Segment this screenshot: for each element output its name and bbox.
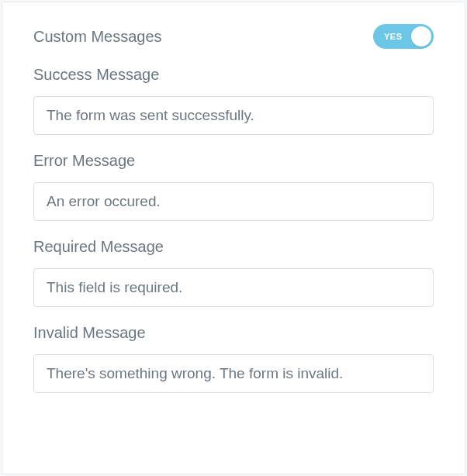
invalid-message-group: Invalid Message (33, 324, 434, 393)
success-message-input[interactable] (33, 96, 434, 135)
panel-title: Custom Messages (33, 28, 162, 46)
required-message-label: Required Message (33, 238, 434, 256)
error-message-label: Error Message (33, 152, 434, 170)
required-message-group: Required Message (33, 238, 434, 307)
toggle-knob-icon (411, 26, 431, 47)
required-message-input[interactable] (33, 268, 434, 307)
success-message-group: Success Message (33, 66, 434, 135)
invalid-message-input[interactable] (33, 354, 434, 393)
custom-messages-panel: Custom Messages YES Success Message Erro… (2, 2, 465, 474)
error-message-input[interactable] (33, 182, 434, 221)
error-message-group: Error Message (33, 152, 434, 221)
success-message-label: Success Message (33, 66, 434, 84)
custom-messages-toggle[interactable]: YES (373, 24, 434, 49)
invalid-message-label: Invalid Message (33, 324, 434, 342)
toggle-on-label: YES (373, 32, 403, 41)
panel-header: Custom Messages YES (33, 24, 434, 49)
